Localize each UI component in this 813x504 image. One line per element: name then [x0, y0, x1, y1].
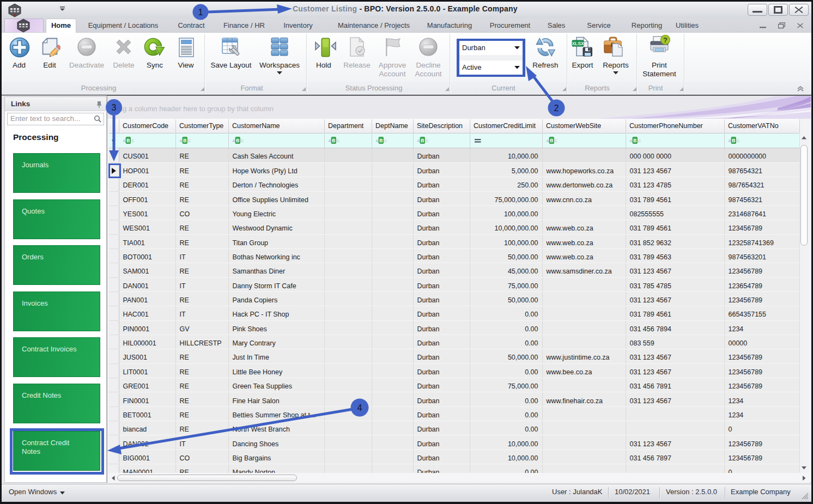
- svg-text:A: A: [729, 139, 731, 143]
- svg-text:XLSX: XLSX: [572, 41, 584, 46]
- svg-text:C: C: [638, 139, 641, 143]
- svg-text:B: B: [379, 138, 383, 143]
- svg-text:C: C: [555, 139, 557, 143]
- svg-text:B: B: [633, 138, 636, 143]
- svg-text:B: B: [550, 138, 553, 143]
- svg-text:A: A: [329, 139, 331, 143]
- svg-text:A: A: [630, 139, 633, 143]
- svg-text:B: B: [183, 138, 186, 143]
- svg-text:C: C: [337, 139, 339, 143]
- svg-text:B: B: [732, 138, 735, 143]
- svg-text:B: B: [126, 138, 130, 143]
- svg-text:A: A: [417, 139, 420, 143]
- svg-text:C: C: [384, 139, 387, 143]
- svg-text:B: B: [332, 138, 335, 143]
- svg-text:C: C: [188, 139, 191, 143]
- svg-text:A: A: [233, 139, 235, 143]
- svg-text:A: A: [547, 139, 549, 143]
- svg-text:B: B: [421, 138, 424, 143]
- svg-text:A: A: [376, 139, 379, 143]
- svg-text:A: A: [180, 139, 183, 143]
- svg-text:C: C: [241, 139, 244, 143]
- svg-text:C: C: [426, 139, 428, 143]
- svg-text:B: B: [236, 138, 239, 143]
- svg-text:?: ?: [663, 36, 668, 44]
- svg-text:A: A: [123, 139, 126, 143]
- svg-text:C: C: [131, 139, 134, 143]
- svg-text:C: C: [737, 139, 739, 143]
